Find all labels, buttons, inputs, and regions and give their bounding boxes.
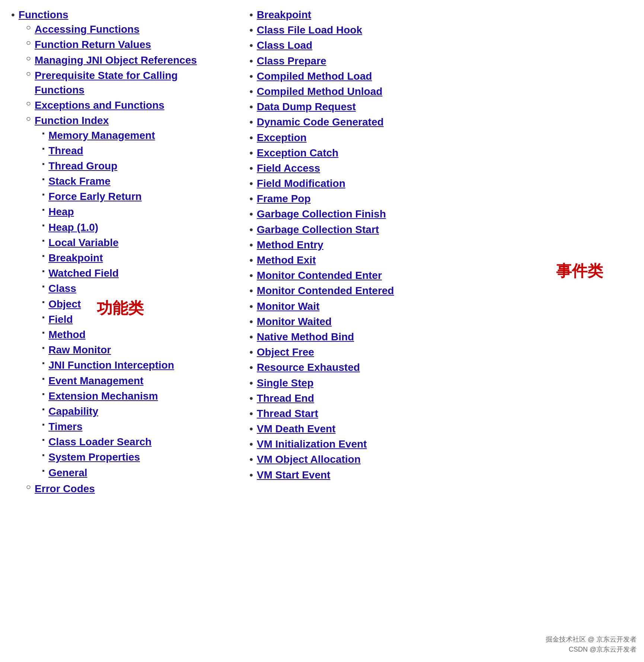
thread-end-link[interactable]: Thread End (257, 392, 314, 404)
exception-link[interactable]: Exception (257, 132, 307, 143)
event-management-link[interactable]: Event Management (48, 375, 143, 386)
frame-pop-link[interactable]: Frame Pop (257, 193, 311, 204)
field-access-link[interactable]: Field Access (257, 162, 320, 174)
function-return-values-link[interactable]: Function Return Values (35, 39, 151, 50)
watermark-line2: CSDN @京东云开发者 (546, 645, 637, 655)
resource-exhausted-link[interactable]: Resource Exhausted (257, 362, 360, 373)
class-link[interactable]: Class (48, 283, 76, 294)
class-file-load-hook-link[interactable]: Class File Load Hook (257, 24, 362, 36)
field-modification-link[interactable]: Field Modification (257, 178, 345, 189)
class-load-link[interactable]: Class Load (257, 39, 312, 51)
class-loader-search-item: Class Loader Search (42, 435, 174, 449)
exceptions-and-functions-link[interactable]: Exceptions and Functions (35, 99, 164, 111)
monitor-contended-enter-item: Monitor Contended Enter (249, 268, 633, 283)
prerequisite-state-link[interactable]: Prerequisite State for Calling Functions (35, 70, 178, 96)
thread-group-link[interactable]: Thread Group (48, 160, 117, 172)
field-item: Field (42, 312, 174, 327)
monitor-wait-item: Monitor Wait (249, 299, 633, 314)
object-free-link[interactable]: Object Free (257, 346, 314, 358)
functions-link[interactable]: Functions (19, 9, 68, 20)
stack-frame-item: Stack Frame (42, 174, 174, 188)
data-dump-request-item: Data Dump Request (249, 99, 633, 114)
vm-object-allocation-link[interactable]: VM Object Allocation (257, 453, 361, 465)
thread-start-link[interactable]: Thread Start (257, 408, 318, 419)
compiled-method-load-link[interactable]: Compiled Method Load (257, 70, 372, 82)
vm-initialization-event-link[interactable]: VM Initialization Event (257, 438, 367, 450)
right-list: Breakpoint Class File Load Hook Class Lo… (249, 7, 633, 482)
field-access-item: Field Access (249, 161, 633, 175)
compiled-method-unload-item: Compiled Method Unload (249, 84, 633, 99)
native-method-bind-link[interactable]: Native Method Bind (257, 331, 354, 343)
resource-exhausted-item: Resource Exhausted (249, 360, 633, 375)
capability-link[interactable]: Capability (48, 405, 98, 417)
single-step-link[interactable]: Single Step (257, 377, 313, 389)
compiled-method-unload-link[interactable]: Compiled Method Unload (257, 86, 383, 97)
watermark-line1: 掘金技术社区 @ 京东云开发者 (546, 634, 637, 645)
vm-death-event-item: VM Death Event (249, 421, 633, 436)
general-link[interactable]: General (48, 467, 87, 478)
garbage-collection-finish-item: Garbage Collection Finish (249, 207, 633, 221)
raw-monitor-link[interactable]: Raw Monitor (48, 344, 111, 356)
thread-item: Thread (42, 143, 174, 158)
force-early-return-link[interactable]: Force Early Return (48, 191, 142, 202)
class-file-load-hook-item: Class File Load Hook (249, 23, 633, 37)
dynamic-code-generated-link[interactable]: Dynamic Code Generated (257, 116, 384, 128)
vm-start-event-link[interactable]: VM Start Event (257, 469, 331, 481)
class-loader-search-link[interactable]: Class Loader Search (48, 436, 152, 448)
jni-function-interception-item: JNI Function Interception (42, 358, 174, 372)
stack-frame-link[interactable]: Stack Frame (48, 175, 111, 187)
system-properties-link[interactable]: System Properties (48, 451, 140, 463)
field-link[interactable]: Field (48, 314, 73, 325)
managing-jni-item: Managing JNI Object References (26, 53, 227, 67)
breakpoint-right-link[interactable]: Breakpoint (257, 9, 311, 20)
class-prepare-link[interactable]: Class Prepare (257, 55, 326, 67)
thread-group-item: Thread Group (42, 159, 174, 173)
breakpoint-fn-link[interactable]: Breakpoint (48, 252, 103, 264)
monitor-wait-link[interactable]: Monitor Wait (257, 300, 319, 312)
object-item: Object (42, 297, 174, 311)
method-link[interactable]: Method (48, 329, 86, 340)
breakpoint-right-item: Breakpoint (249, 7, 633, 22)
vm-death-event-link[interactable]: VM Death Event (257, 423, 336, 435)
exceptions-and-functions-item: Exceptions and Functions (26, 98, 227, 112)
field-modification-item: Field Modification (249, 176, 633, 191)
extension-mechanism-link[interactable]: Extension Mechanism (48, 390, 158, 402)
managing-jni-link[interactable]: Managing JNI Object References (35, 54, 197, 66)
method-entry-item: Method Entry (249, 238, 633, 252)
error-codes-link[interactable]: Error Codes (35, 483, 95, 494)
memory-management-link[interactable]: Memory Management (48, 130, 155, 141)
monitor-contended-entered-link[interactable]: Monitor Contended Entered (257, 285, 394, 296)
vm-initialization-event-item: VM Initialization Event (249, 437, 633, 451)
watched-field-item: Watched Field (42, 266, 174, 280)
object-link[interactable]: Object (48, 298, 81, 310)
functions-top-item: Functions Accessing Functions Function R… (11, 7, 227, 497)
capability-item: Capability (42, 404, 174, 418)
prerequisite-state-item: Prerequisite State for Calling Functions (26, 68, 227, 97)
extension-mechanism-item: Extension Mechanism (42, 389, 174, 403)
data-dump-request-link[interactable]: Data Dump Request (257, 101, 356, 112)
method-exit-item: Method Exit (249, 253, 633, 267)
error-codes-item: Error Codes (26, 481, 227, 496)
monitor-contended-entered-item: Monitor Contended Entered (249, 283, 633, 298)
thread-link[interactable]: Thread (48, 145, 83, 156)
jni-function-interception-link[interactable]: JNI Function Interception (48, 359, 174, 371)
event-management-item: Event Management (42, 373, 174, 388)
class-prepare-item: Class Prepare (249, 54, 633, 68)
exception-catch-link[interactable]: Exception Catch (257, 147, 338, 159)
heap-link[interactable]: Heap (48, 206, 74, 217)
method-entry-link[interactable]: Method Entry (257, 239, 323, 251)
function-index-link[interactable]: Function Index (35, 115, 109, 126)
garbage-collection-finish-link[interactable]: Garbage Collection Finish (257, 208, 386, 220)
timers-link[interactable]: Timers (48, 421, 82, 432)
accessing-functions-link[interactable]: Accessing Functions (35, 23, 140, 35)
monitor-waited-link[interactable]: Monitor Waited (257, 316, 332, 327)
method-exit-link[interactable]: Method Exit (257, 254, 316, 266)
watched-field-link[interactable]: Watched Field (48, 267, 119, 279)
watermark: 掘金技术社区 @ 京东云开发者 CSDN @京东云开发者 (546, 634, 637, 655)
heap-10-item: Heap (1.0) (42, 220, 174, 235)
monitor-contended-enter-link[interactable]: Monitor Contended Enter (257, 270, 382, 281)
garbage-collection-start-link[interactable]: Garbage Collection Start (257, 224, 379, 235)
heap-10-link[interactable]: Heap (1.0) (48, 222, 98, 233)
right-column: Breakpoint Class File Load Hook Class Lo… (227, 7, 633, 483)
local-variable-link[interactable]: Local Variable (48, 237, 118, 248)
